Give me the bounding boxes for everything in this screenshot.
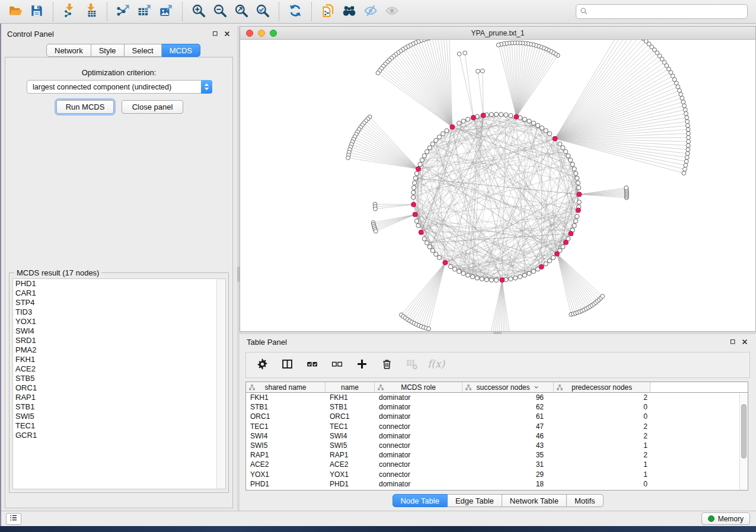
import-table-button[interactable] xyxy=(80,1,101,23)
search-input[interactable] xyxy=(576,4,748,19)
refresh-network-button[interactable] xyxy=(285,1,306,23)
table-cell[interactable]: 31 xyxy=(462,460,554,469)
table-cell[interactable]: 61 xyxy=(462,412,554,421)
minimize-traffic-light[interactable] xyxy=(258,30,265,37)
select-all-checked-button[interactable] xyxy=(304,357,320,373)
mcds-result-item[interactable]: SRD1 xyxy=(13,336,225,345)
table-cell[interactable]: SWI4 xyxy=(246,431,326,441)
network-graph-canvas[interactable] xyxy=(240,40,755,331)
table-cell[interactable]: 46 xyxy=(462,431,554,441)
column-header-shared-name[interactable]: shared name xyxy=(246,382,326,392)
zoom-traffic-light[interactable] xyxy=(270,30,277,37)
column-header-name[interactable]: name xyxy=(326,382,375,392)
table-cell[interactable]: 18 xyxy=(462,479,554,489)
mcds-result-item[interactable]: CAR1 xyxy=(13,289,225,298)
table-cell[interactable]: 2 xyxy=(554,450,650,460)
table-cell[interactable]: ACE2 xyxy=(246,460,326,469)
result-scrollbar[interactable] xyxy=(216,279,225,489)
table-cell[interactable]: connector xyxy=(375,422,462,431)
table-cell[interactable]: 1 xyxy=(554,441,650,450)
add-column-button[interactable] xyxy=(354,357,369,373)
export-network-button[interactable] xyxy=(113,1,134,23)
zoom-out-button[interactable] xyxy=(209,1,231,23)
export-image-button[interactable] xyxy=(155,1,177,23)
mcds-result-list[interactable]: PHD1CAR1STP4TID3YOX1SWI4SRD1PMA2FKH1ACE2… xyxy=(12,278,226,489)
tab-style[interactable]: Style xyxy=(91,44,125,57)
table-cell[interactable]: 0 xyxy=(554,402,650,412)
network-window-titlebar[interactable]: YPA_prune.txt_1 xyxy=(240,27,755,40)
table-cell[interactable]: 43 xyxy=(462,441,554,450)
tab-select[interactable]: Select xyxy=(125,44,162,57)
table-cell[interactable]: TEC1 xyxy=(326,422,375,431)
close-icon[interactable] xyxy=(741,338,749,346)
mcds-result-item[interactable]: RAP1 xyxy=(13,393,225,402)
table-row[interactable]: PHD1PHD1dominator180 xyxy=(246,479,748,489)
table-row[interactable]: SWI4SWI4dominator462 xyxy=(246,431,748,441)
table-row[interactable]: STB1STB1dominator620 xyxy=(246,402,748,412)
export-table-button[interactable] xyxy=(134,1,155,23)
float-icon[interactable] xyxy=(729,338,737,346)
table-cell[interactable]: ORC1 xyxy=(326,412,375,421)
deselect-all-button[interactable] xyxy=(329,357,344,373)
table-cell[interactable]: connector xyxy=(375,470,462,479)
close-traffic-light[interactable] xyxy=(246,30,253,37)
column-header-predecessor-nodes[interactable]: predecessor nodes xyxy=(554,382,650,392)
mcds-result-item[interactable]: ORC1 xyxy=(13,383,225,393)
open-file-button[interactable] xyxy=(5,1,26,23)
table-cell[interactable]: ORC1 xyxy=(246,412,326,421)
table-cell[interactable]: YOX1 xyxy=(326,470,375,479)
table-row[interactable]: YOX1YOX1connector291 xyxy=(246,470,748,479)
split-table-button[interactable] xyxy=(279,357,295,373)
table-cell[interactable]: 35 xyxy=(462,450,554,460)
find-binoculars-button[interactable] xyxy=(339,1,360,23)
mcds-result-item[interactable]: TID3 xyxy=(13,307,225,317)
hide-selection-button[interactable] xyxy=(360,1,381,23)
mcds-result-item[interactable]: PMA2 xyxy=(13,345,225,355)
table-cell[interactable]: 1 xyxy=(554,460,650,469)
tab-mcds[interactable]: MCDS xyxy=(162,44,200,57)
mcds-result-item[interactable]: FKH1 xyxy=(13,355,225,364)
table-cell[interactable]: YOX1 xyxy=(246,470,326,479)
table-row[interactable]: TEC1TEC1connector472 xyxy=(246,422,748,431)
zoom-selected-button[interactable] xyxy=(252,1,273,23)
mcds-result-item[interactable]: STB5 xyxy=(13,374,225,383)
column-header-MCDS-role[interactable]: MCDS role xyxy=(375,382,462,392)
float-icon[interactable] xyxy=(211,30,219,38)
close-icon[interactable] xyxy=(223,30,231,38)
table-cell[interactable]: TEC1 xyxy=(246,422,326,431)
save-session-button[interactable] xyxy=(26,1,47,23)
close-panel-button[interactable]: Close panel xyxy=(122,100,183,114)
duplicate-network-button[interactable] xyxy=(317,1,339,23)
table-cell[interactable]: connector xyxy=(375,460,462,469)
zoom-in-button[interactable] xyxy=(188,1,209,23)
optimization-criterion-select[interactable]: largest connected component (undirected) xyxy=(27,80,212,94)
table-scrollbar[interactable] xyxy=(739,393,748,491)
table-cell[interactable]: 0 xyxy=(554,412,650,421)
run-mcds-button[interactable]: Run MCDS xyxy=(56,100,114,114)
delete-column-button[interactable] xyxy=(379,357,394,373)
table-cell[interactable]: 2 xyxy=(554,393,650,402)
mcds-result-item[interactable]: YOX1 xyxy=(13,317,225,326)
import-network-button[interactable] xyxy=(59,1,80,23)
table-cell[interactable]: STB1 xyxy=(326,402,375,412)
table-row[interactable]: ACE2ACE2connector311 xyxy=(246,460,748,469)
zoom-fit-button[interactable] xyxy=(231,1,252,23)
table-cell[interactable]: 0 xyxy=(554,479,650,489)
table-cell[interactable]: RAP1 xyxy=(326,450,375,460)
table-cell[interactable]: SWI5 xyxy=(246,441,326,450)
tab-node-table[interactable]: Node Table xyxy=(392,494,448,507)
tab-edge-table[interactable]: Edge Table xyxy=(448,494,502,507)
gear-button[interactable] xyxy=(254,357,270,373)
table-cell[interactable]: SWI5 xyxy=(326,441,375,450)
table-row[interactable]: SWI5SWI5connector431 xyxy=(246,441,748,450)
table-cell[interactable]: dominator xyxy=(375,431,462,441)
table-cell[interactable]: dominator xyxy=(375,393,462,402)
table-cell[interactable]: 96 xyxy=(462,393,554,402)
table-row[interactable]: ORC1ORC1dominator610 xyxy=(246,412,748,421)
table-cell[interactable]: SWI4 xyxy=(326,431,375,441)
tab-network[interactable]: Network xyxy=(46,44,91,57)
mcds-result-item[interactable]: STB1 xyxy=(13,402,225,412)
mcds-result-item[interactable]: ACE2 xyxy=(13,364,225,374)
mcds-result-item[interactable]: STP4 xyxy=(13,298,225,307)
memory-button[interactable]: Memory xyxy=(701,512,750,525)
